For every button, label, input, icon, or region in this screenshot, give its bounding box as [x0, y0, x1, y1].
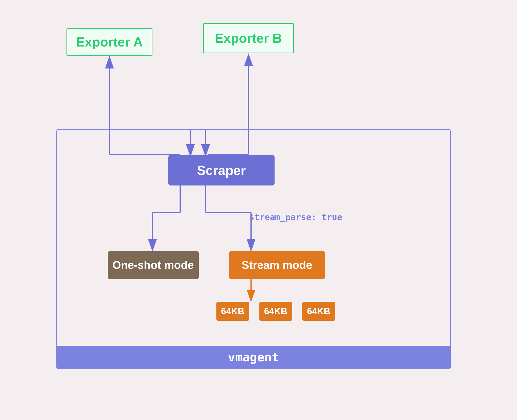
stream-mode-box: Stream mode	[229, 251, 325, 279]
chunk-box-3: 64KB	[302, 302, 335, 321]
scraper-box: Scraper	[168, 155, 275, 185]
chunk-label-2: 64KB	[264, 306, 287, 317]
vmagent-label: vmagent	[228, 350, 279, 364]
vmagent-footer: vmagent	[57, 346, 450, 368]
chunk-label-1: 64KB	[221, 306, 244, 317]
chunk-box-2: 64KB	[259, 302, 292, 321]
exporter-b-label: Exporter B	[215, 31, 282, 46]
stream-mode-label: Stream mode	[242, 259, 312, 271]
exporter-a-box: Exporter A	[66, 28, 152, 56]
diagram-wrapper: Exporter A Exporter B Scraper stream_par…	[31, 20, 486, 400]
oneshot-mode-label: One-shot mode	[112, 259, 194, 271]
chunk-label-3: 64KB	[307, 306, 330, 317]
vmagent-box: Scraper stream_parse: true One-shot mode…	[56, 129, 451, 369]
chunk-box-1: 64KB	[216, 302, 249, 321]
scraper-label: Scraper	[197, 163, 246, 178]
stream-parse-annotation: stream_parse: true	[249, 212, 342, 222]
exporter-b-box: Exporter B	[203, 23, 294, 53]
exporter-a-label: Exporter A	[76, 34, 143, 50]
oneshot-mode-box: One-shot mode	[108, 251, 199, 279]
